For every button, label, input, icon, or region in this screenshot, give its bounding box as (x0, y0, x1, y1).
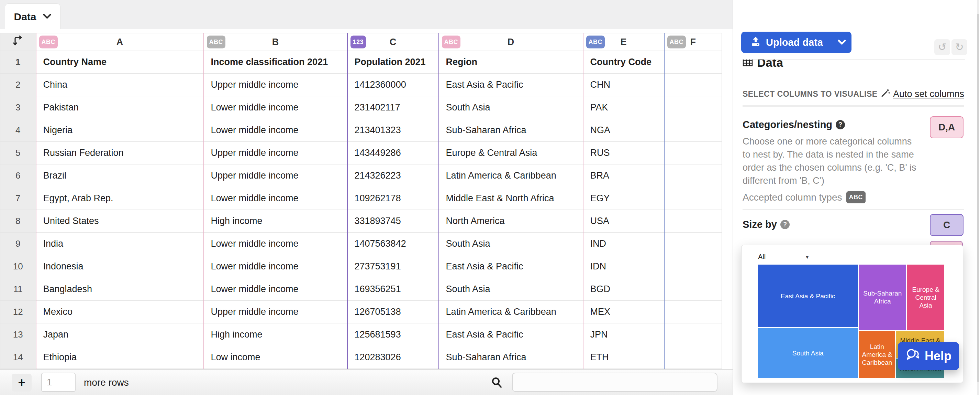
cell-F6[interactable] (664, 165, 722, 187)
cell-C4[interactable]: 213401323 (347, 119, 439, 142)
cell-F3[interactable] (664, 96, 722, 119)
cell-D6[interactable]: Latin America & Caribbean (439, 165, 583, 187)
redo-button[interactable]: ↻ (951, 39, 967, 55)
header-cell-E1[interactable]: Country Code (583, 51, 664, 74)
search-input[interactable] (512, 373, 718, 392)
cell-A5[interactable]: Russian Federation (36, 142, 204, 165)
auto-set-columns-link[interactable]: Auto set columns (881, 88, 964, 100)
column-header-C[interactable]: 123C (347, 34, 439, 51)
cell-B14[interactable]: Low income (204, 346, 347, 369)
cell-E4[interactable]: NGA (583, 119, 664, 142)
preview-filter-dropdown[interactable]: All ▼ (758, 253, 810, 263)
undo-button[interactable]: ↺ (934, 39, 950, 55)
cell-A4[interactable]: Nigeria (36, 119, 204, 142)
cell-C11[interactable]: 169356251 (347, 278, 439, 301)
cell-B7[interactable]: Lower middle income (204, 187, 347, 210)
cell-C2[interactable]: 1412360000 (347, 74, 439, 96)
row-number[interactable]: 12 (0, 301, 36, 323)
cell-D13[interactable]: East Asia & Pacific (439, 323, 583, 346)
cell-A14[interactable]: Ethiopia (36, 346, 204, 369)
cell-A8[interactable]: United States (36, 210, 204, 233)
cell-D2[interactable]: East Asia & Pacific (439, 74, 583, 96)
cell-B8[interactable]: High income (204, 210, 347, 233)
cell-B12[interactable]: Upper middle income (204, 301, 347, 323)
help-button[interactable]: Help (898, 342, 959, 370)
cell-D12[interactable]: Latin America & Caribbean (439, 301, 583, 323)
cell-D9[interactable]: South Asia (439, 233, 583, 255)
cell-B5[interactable]: Upper middle income (204, 142, 347, 165)
cell-A6[interactable]: Brazil (36, 165, 204, 187)
cell-E9[interactable]: IND (583, 233, 664, 255)
cell-F4[interactable] (664, 119, 722, 142)
cell-D5[interactable]: Europe & Central Asia (439, 142, 583, 165)
cell-F9[interactable] (664, 233, 722, 255)
cell-E11[interactable]: BGD (583, 278, 664, 301)
rows-count-input[interactable] (41, 373, 76, 392)
column-header-D[interactable]: ABCD (439, 34, 583, 51)
size-by-column-chip[interactable]: C (930, 214, 964, 236)
add-rows-button[interactable]: + (12, 374, 32, 392)
cell-F8[interactable] (664, 210, 722, 233)
cell-A7[interactable]: Egypt, Arab Rep. (36, 187, 204, 210)
cell-C5[interactable]: 143449286 (347, 142, 439, 165)
row-number[interactable]: 10 (0, 255, 36, 278)
cell-B4[interactable]: Lower middle income (204, 119, 347, 142)
cell-D3[interactable]: South Asia (439, 96, 583, 119)
cell-F5[interactable] (664, 142, 722, 165)
cell-E13[interactable]: JPN (583, 323, 664, 346)
cell-C13[interactable]: 125681593 (347, 323, 439, 346)
cell-C3[interactable]: 231402117 (347, 96, 439, 119)
cell-A3[interactable]: Pakistan (36, 96, 204, 119)
cell-A9[interactable]: India (36, 233, 204, 255)
help-circle-icon[interactable]: ? (780, 220, 790, 229)
cell-F10[interactable] (664, 255, 722, 278)
cell-D10[interactable]: East Asia & Pacific (439, 255, 583, 278)
categories-column-chip[interactable]: D,A (930, 116, 964, 138)
scrollbar[interactable] (977, 0, 979, 395)
header-cell-A1[interactable]: Country Name (36, 51, 204, 74)
cell-B9[interactable]: Lower middle income (204, 233, 347, 255)
cell-E6[interactable]: BRA (583, 165, 664, 187)
cell-C14[interactable]: 120283026 (347, 346, 439, 369)
cell-F11[interactable] (664, 278, 722, 301)
corner-cell[interactable] (0, 34, 36, 51)
tab-data[interactable]: Data (5, 3, 60, 30)
header-cell-C1[interactable]: Population 2021 (347, 51, 439, 74)
cell-E12[interactable]: MEX (583, 301, 664, 323)
cell-D8[interactable]: North America (439, 210, 583, 233)
cell-F13[interactable] (664, 323, 722, 346)
cell-A12[interactable]: Mexico (36, 301, 204, 323)
column-header-A[interactable]: ABCA (36, 34, 204, 51)
cell-C12[interactable]: 126705138 (347, 301, 439, 323)
cell-B3[interactable]: Lower middle income (204, 96, 347, 119)
upload-options-button[interactable] (832, 32, 851, 53)
row-number[interactable]: 9 (0, 233, 36, 255)
cell-E3[interactable]: PAK (583, 96, 664, 119)
cell-A11[interactable]: Bangladesh (36, 278, 204, 301)
cell-D4[interactable]: Sub-Saharan Africa (439, 119, 583, 142)
row-number[interactable]: 5 (0, 142, 36, 165)
header-cell-D1[interactable]: Region (439, 51, 583, 74)
cell-B11[interactable]: Lower middle income (204, 278, 347, 301)
row-number[interactable]: 3 (0, 96, 36, 119)
upload-data-button[interactable]: Upload data (741, 32, 832, 53)
row-number[interactable]: 6 (0, 165, 36, 187)
cell-F12[interactable] (664, 301, 722, 323)
header-cell-F1[interactable] (664, 51, 722, 74)
row-number[interactable]: 4 (0, 119, 36, 142)
column-header-E[interactable]: ABCE (583, 34, 664, 51)
cell-B10[interactable]: Lower middle income (204, 255, 347, 278)
cell-B13[interactable]: High income (204, 323, 347, 346)
column-header-F[interactable]: ABCF (664, 34, 722, 51)
cell-C8[interactable]: 331893745 (347, 210, 439, 233)
row-number[interactable]: 13 (0, 323, 36, 346)
cell-F2[interactable] (664, 74, 722, 96)
cell-A2[interactable]: China (36, 74, 204, 96)
cell-B2[interactable]: Upper middle income (204, 74, 347, 96)
header-cell-B1[interactable]: Income classification 2021 (204, 51, 347, 74)
cell-C6[interactable]: 214326223 (347, 165, 439, 187)
scrollbar-thumb[interactable] (977, 14, 979, 382)
cell-E14[interactable]: ETH (583, 346, 664, 369)
cell-E2[interactable]: CHN (583, 74, 664, 96)
column-header-B[interactable]: ABCB (204, 34, 347, 51)
